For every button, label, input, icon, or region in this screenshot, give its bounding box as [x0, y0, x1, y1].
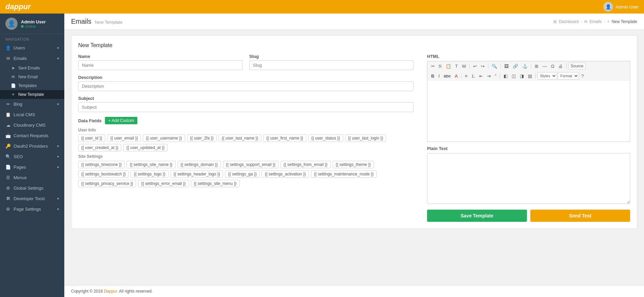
- menus-icon: ☰: [5, 175, 11, 180]
- sidebar-item-local-cms[interactable]: 📋 Local CMS: [0, 109, 64, 120]
- toolbar-btn-hline[interactable]: —: [541, 63, 549, 69]
- sidebar-item-page-settings[interactable]: ⚙ Page Settings ▾: [0, 204, 64, 214]
- sidebar-item-blog[interactable]: ✏ Blog ▾: [0, 99, 64, 109]
- site-settings-tag: {{ settings_activation }}: [262, 170, 309, 178]
- name-input[interactable]: [78, 60, 243, 70]
- sidebar-status: Online: [21, 24, 46, 28]
- description-field-group: Description: [78, 75, 414, 91]
- toolbar-btn-italic[interactable]: I: [437, 73, 441, 79]
- format-select[interactable]: Format: [558, 72, 579, 80]
- footer-rights: All rights reserved.: [119, 289, 153, 294]
- toolbar-btn-find[interactable]: 🔍: [490, 63, 499, 69]
- user-info-tag: {{ user_updated_at }}: [123, 144, 168, 151]
- toolbar-btn-help[interactable]: ?: [580, 73, 585, 79]
- user-info-tag: {{ user_status }}: [308, 134, 343, 142]
- site-settings-tag: {{ settings_theme }}: [333, 161, 374, 168]
- sidebar-item-cloudinary-cms[interactable]: ☁ Cloudinary CMS: [0, 120, 64, 130]
- toolbar-btn-align-justify[interactable]: ▤: [526, 73, 534, 79]
- sidebar-item-sent-emails[interactable]: ➤ Sent Emails: [0, 64, 64, 72]
- toolbar-btn-blockquote[interactable]: ": [493, 73, 498, 79]
- chevron-icon: ▾: [57, 46, 59, 50]
- save-template-button[interactable]: Save Template: [427, 210, 527, 222]
- sidebar-item-templates[interactable]: 📄 Templates: [0, 81, 64, 90]
- toolbar-btn-indent[interactable]: ⇥: [485, 73, 492, 79]
- sidebar-label-page-settings: Page Settings: [14, 207, 41, 212]
- site-settings-tag: {{ settings_support_email }}: [223, 161, 279, 168]
- user-info-tag: {{ user_id }}: [78, 134, 105, 142]
- toolbar-btn-outdent[interactable]: ⇤: [478, 73, 485, 79]
- user-info-tag: {{ user_last_login }}: [345, 134, 386, 142]
- contact-icon: 📩: [5, 133, 11, 138]
- breadcrumb-dashboard[interactable]: Dashboard: [559, 19, 579, 24]
- slug-label: Slug: [249, 54, 414, 59]
- user-info-tag: {{ user_username }}: [143, 134, 185, 142]
- toolbar-btn-link[interactable]: 🔗: [511, 63, 520, 69]
- sidebar-item-menus[interactable]: ☰ Menus: [0, 172, 64, 183]
- toolbar-btn-ol[interactable]: 1.: [470, 73, 477, 79]
- breadcrumb-icon2: ✉: [584, 19, 587, 24]
- pages-icon: 📄: [5, 165, 11, 170]
- toolbar-btn-paste-text[interactable]: T: [453, 63, 460, 69]
- site-settings-tag: {{ settings_from_email }}: [281, 161, 331, 168]
- logo: dappur: [5, 2, 31, 11]
- toolbar-btn-strike[interactable]: abc: [442, 73, 452, 79]
- sidebar-label-seo: SEO: [14, 154, 23, 159]
- toolbar-btn-redo[interactable]: ↪: [479, 63, 486, 69]
- toolbar-btn-align-left[interactable]: ◧: [502, 73, 509, 79]
- sidebar-item-pages[interactable]: 📄 Pages ▾: [0, 162, 64, 172]
- sidebar-label-sent: Sent Emails: [18, 66, 40, 70]
- sidebar-item-new-email[interactable]: ✉ New Email: [0, 72, 64, 81]
- toolbar-sep8: [535, 73, 536, 79]
- toolbar-btn-print[interactable]: 🖨: [557, 63, 564, 69]
- plain-text-input[interactable]: [427, 153, 630, 204]
- toolbar-btn-table[interactable]: ⊞: [533, 63, 540, 69]
- sidebar-item-contact-requests[interactable]: 📩 Contact Requests: [0, 130, 64, 141]
- sidebar-item-emails[interactable]: ✉ Emails ▾: [0, 53, 64, 64]
- sidebar-item-new-template[interactable]: + New Template: [0, 90, 64, 99]
- add-custom-button[interactable]: + Add Custom: [105, 117, 137, 124]
- sidebar-label-contact: Contact Requests: [14, 133, 48, 138]
- sidebar-item-oauth2[interactable]: 🔑 Oauth2 Providers ▾: [0, 141, 64, 151]
- sidebar-username: Admin User: [21, 19, 46, 24]
- toolbar-btn-copy[interactable]: ⎘: [437, 63, 443, 69]
- toolbar-btn-special[interactable]: Ω: [549, 63, 556, 69]
- new-email-icon: ✉: [11, 75, 16, 79]
- toolbar-btn-img[interactable]: 🖼: [503, 63, 510, 69]
- send-test-button[interactable]: Send Test: [530, 210, 630, 222]
- toolbar-sep7: [500, 73, 500, 79]
- sidebar-label-emails: Emails: [14, 56, 27, 61]
- breadcrumb-icon: ⊞: [553, 19, 557, 24]
- toolbar-btn-color[interactable]: A: [453, 73, 460, 79]
- description-input[interactable]: [78, 81, 414, 91]
- subject-input[interactable]: [78, 102, 414, 112]
- toolbar-btn-paste-word[interactable]: W: [460, 63, 468, 69]
- footer-brand[interactable]: Dappur.: [104, 289, 118, 294]
- toolbar-btn-align-right[interactable]: ◨: [518, 73, 526, 79]
- editor-left: Name Slug Description: [78, 54, 414, 222]
- sidebar-item-users[interactable]: 👤 Users ▾: [0, 43, 64, 53]
- toolbar-btn-paste[interactable]: 📋: [444, 63, 453, 69]
- toolbar-btn-ul[interactable]: ≡: [463, 73, 469, 79]
- toolbar-btn-bold[interactable]: B: [429, 73, 436, 79]
- styles-select[interactable]: Styles: [537, 72, 557, 80]
- toolbar-btn-undo[interactable]: ↩: [471, 63, 479, 69]
- subject-field-group: Subject: [78, 96, 414, 112]
- site-settings-tag: {{ settings_bootswatch }}: [78, 170, 129, 178]
- sidebar-item-developer-tools[interactable]: 🛠 Developer Tools ▾: [0, 193, 64, 204]
- breadcrumb-icon3: +: [607, 19, 609, 24]
- breadcrumb-emails[interactable]: Emails: [590, 19, 602, 24]
- site-settings-tag: {{ settings_timezone }}: [78, 161, 125, 168]
- site-settings-tag: {{ settings_site_menu }}: [191, 180, 240, 187]
- site-settings-tag: {{ settings_site_name }}: [127, 161, 175, 168]
- chevron-icon: ▾: [57, 207, 59, 211]
- name-field-group: Name: [78, 54, 243, 70]
- source-button[interactable]: Source: [568, 63, 586, 69]
- sidebar-item-global-settings[interactable]: ⚙ Global Settings: [0, 183, 64, 193]
- toolbar-btn-align-center[interactable]: ◫: [510, 73, 517, 79]
- toolbar-btn-anchor[interactable]: ⚓: [520, 63, 529, 69]
- toolbar-btn-cut[interactable]: ✂: [429, 63, 437, 69]
- sidebar-item-seo[interactable]: 🔍 SEO ▾: [0, 151, 64, 162]
- html-label: HTML: [427, 54, 630, 59]
- slug-input[interactable]: [249, 60, 414, 70]
- editor-area[interactable]: [427, 81, 630, 142]
